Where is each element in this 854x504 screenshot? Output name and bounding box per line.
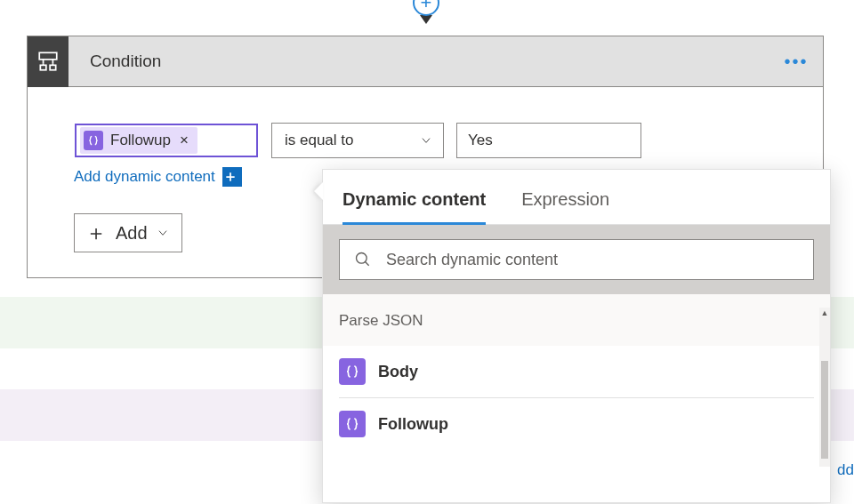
token-label: Followup [110,132,176,149]
tab-dynamic-content[interactable]: Dynamic content [342,189,486,225]
flyout-scrollbar[interactable]: ▲ [819,308,830,467]
search-icon [354,251,372,268]
json-token-icon [84,131,103,150]
dynamic-item-label: Body [378,363,418,381]
condition-operator-dropdown[interactable]: is equal to [271,123,444,158]
dynamic-token-followup: Followup × [80,127,197,154]
add-step-button[interactable]: + [413,0,439,16]
svg-rect-1 [40,65,46,69]
dynamic-content-flyout: Dynamic content Expression Parse JSON Bo… [322,169,831,503]
condition-icon [28,36,68,87]
plus-icon: ＋ [85,222,107,244]
chevron-down-icon [420,134,432,147]
condition-left-operand[interactable]: Followup × [74,123,259,158]
operator-label: is equal to [285,132,354,149]
token-remove-button[interactable]: × [176,132,192,149]
dynamic-item-followup[interactable]: Followup [323,398,830,450]
json-token-icon [339,411,366,437]
svg-rect-2 [50,65,55,69]
search-input[interactable] [384,250,799,270]
svg-rect-0 [39,52,57,60]
svg-point-3 [357,253,367,264]
condition-title: Condition [68,52,769,71]
chevron-down-icon [157,227,169,239]
add-dynamic-content-link[interactable]: Add dynamic content [74,168,215,186]
right-value-text: Yes [468,132,493,149]
overflow-link-fragment[interactable]: dd [837,461,854,479]
json-token-icon [339,358,366,385]
result-group-header: Parse JSON [323,294,830,346]
scroll-up-icon[interactable]: ▲ [819,308,830,318]
flow-connector: + [423,0,431,34]
add-condition-row-button[interactable]: ＋ Add [74,213,182,252]
dynamic-item-label: Followup [378,415,448,434]
condition-right-operand[interactable]: Yes [456,123,641,158]
scroll-thumb[interactable] [821,361,828,459]
card-more-menu[interactable]: ••• [769,52,823,72]
condition-row: Followup × is equal to Yes [74,123,777,158]
add-button-label: Add [116,223,148,244]
search-dynamic-content[interactable] [339,239,814,280]
dynamic-item-body[interactable]: Body [323,346,830,397]
flyout-tabs: Dynamic content Expression [323,170,830,225]
condition-card-header[interactable]: Condition ••• [28,36,823,87]
tab-expression[interactable]: Expression [521,189,609,224]
flyout-pointer [314,182,323,200]
add-dynamic-content-button[interactable] [222,167,242,187]
